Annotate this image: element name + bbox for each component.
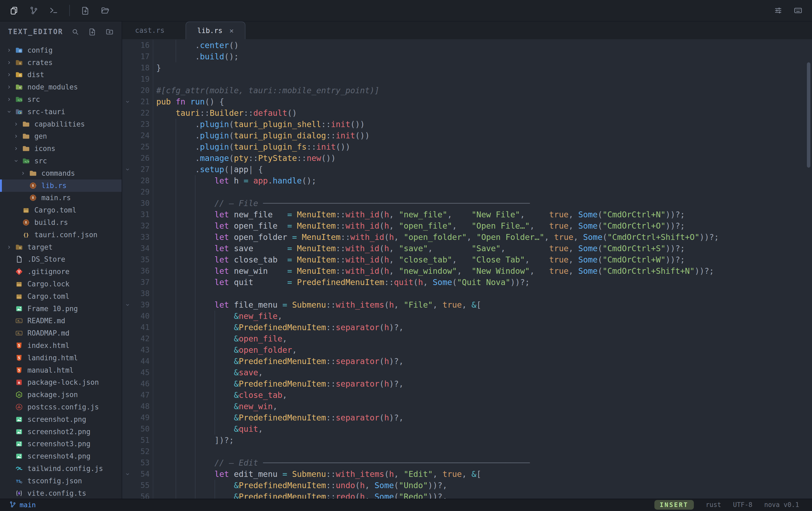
chevron-expanded-icon[interactable] bbox=[11, 158, 22, 164]
tree-folder-icons[interactable]: icons bbox=[0, 142, 122, 155]
fold-spacer bbox=[122, 62, 133, 74]
chevron-collapsed-icon[interactable] bbox=[18, 170, 28, 177]
tree-file-cargo-toml[interactable]: Cargo.toml bbox=[0, 290, 122, 303]
chevron-collapsed-icon[interactable] bbox=[11, 133, 22, 140]
folder-dist-icon bbox=[14, 70, 24, 79]
gutter-divider bbox=[150, 243, 153, 254]
tree-folder-src[interactable]: </>src bbox=[0, 155, 122, 167]
tree-file-tauri-conf-json[interactable]: {}tauri.conf.json bbox=[0, 229, 122, 241]
tree-file-lib-rs[interactable]: Rlib.rs bbox=[0, 179, 122, 192]
code-line: 29 bbox=[122, 187, 812, 198]
folder-open-icon[interactable] bbox=[99, 5, 111, 17]
line-number: 56 bbox=[133, 491, 150, 499]
fold-chevron-icon[interactable] bbox=[122, 469, 133, 480]
code-text: pub fn run() { bbox=[156, 96, 812, 108]
svg-text:JS: JS bbox=[18, 394, 21, 397]
tree-file--gitignore[interactable]: .gitignore bbox=[0, 265, 122, 278]
sidebar-header-icons bbox=[70, 27, 115, 37]
scrollbar-thumb[interactable] bbox=[807, 62, 810, 168]
tree-file-tsconfig-json[interactable]: TStsconfig.json bbox=[0, 475, 122, 487]
code-text: &PredefinedMenuItem::separator(h)?, bbox=[156, 412, 812, 423]
tree-folder-target[interactable]: target bbox=[0, 241, 122, 253]
chevron-collapsed-icon[interactable] bbox=[11, 145, 22, 152]
gutter-divider bbox=[150, 480, 153, 491]
chevron-collapsed-icon[interactable] bbox=[4, 84, 14, 90]
tree-folder-src[interactable]: </>src bbox=[0, 93, 122, 106]
gutter-divider bbox=[150, 74, 153, 85]
html-icon: 5 bbox=[14, 353, 24, 363]
close-tab-icon[interactable]: ✕ bbox=[230, 27, 234, 34]
tree-file-vite-config-ts[interactable]: vite.config.ts bbox=[0, 487, 122, 499]
tree-file-roadmap-md[interactable]: M↓ROADMAP.md bbox=[0, 327, 122, 339]
chevron-collapsed-icon[interactable] bbox=[4, 47, 14, 54]
tab-lib-rs[interactable]: lib.rs✕ bbox=[185, 22, 246, 39]
encoding-indicator[interactable]: UTF-8 bbox=[733, 501, 752, 509]
tree-file-readme-md[interactable]: M↓README.md bbox=[0, 315, 122, 327]
chevron-expanded-icon[interactable] bbox=[4, 108, 14, 115]
tree-file-screenshot-png[interactable]: screenshot.png bbox=[0, 413, 122, 426]
tree-file-index-html[interactable]: 5index.html bbox=[0, 339, 122, 352]
tree-folder-commands[interactable]: commands bbox=[0, 167, 122, 179]
code-editor[interactable]: 16 .center()17 .build();18}1920#[cfg_att… bbox=[122, 39, 812, 499]
fold-chevron-icon[interactable] bbox=[122, 164, 133, 175]
fold-spacer bbox=[122, 390, 133, 401]
tree-file-cargo-lock[interactable]: Cargo.lock bbox=[0, 278, 122, 290]
sliders-icon[interactable] bbox=[772, 5, 784, 17]
svg-text:5: 5 bbox=[18, 368, 20, 372]
mode-badge: INSERT bbox=[655, 500, 694, 510]
tree-file-cargo-toml[interactable]: Cargo.toml bbox=[0, 204, 122, 216]
fold-chevron-icon[interactable] bbox=[122, 96, 133, 108]
chevron-collapsed-icon[interactable] bbox=[4, 96, 14, 103]
tree-file-build-rs[interactable]: Rbuild.rs bbox=[0, 216, 122, 229]
code-text: .build(); bbox=[156, 51, 812, 62]
code-text bbox=[156, 446, 812, 457]
tree-folder-dist[interactable]: dist bbox=[0, 69, 122, 81]
language-indicator[interactable]: rust bbox=[706, 501, 721, 509]
file-plus-icon[interactable] bbox=[80, 5, 91, 17]
tree-item-label: package.json bbox=[27, 391, 78, 399]
line-number: 46 bbox=[133, 378, 150, 390]
tree-item-label: capabilities bbox=[34, 120, 85, 128]
node-icon: JS bbox=[14, 390, 24, 399]
tree-item-label: config bbox=[27, 46, 53, 54]
tree-file-landing-html[interactable]: 5landing.html bbox=[0, 352, 122, 364]
line-number: 52 bbox=[133, 446, 150, 457]
tree-file-screenshot2-png[interactable]: screenshot2.png bbox=[0, 426, 122, 438]
git-branch-indicator[interactable]: main bbox=[9, 501, 36, 509]
fold-chevron-icon[interactable] bbox=[122, 299, 133, 311]
folder-plain-icon bbox=[22, 119, 31, 129]
tree-file-main-rs[interactable]: Rmain.rs bbox=[0, 192, 122, 204]
tree-folder-capabilities[interactable]: capabilities bbox=[0, 118, 122, 130]
tree-file-screenshot4-png[interactable]: screenshot4.png bbox=[0, 450, 122, 462]
chevron-collapsed-icon[interactable] bbox=[11, 121, 22, 127]
image-icon bbox=[14, 452, 24, 461]
file-plus-icon[interactable] bbox=[87, 27, 97, 37]
tree-folder-gen[interactable]: gen bbox=[0, 130, 122, 143]
tree-file-postcss-config-js[interactable]: postcss.config.js bbox=[0, 401, 122, 413]
tree-file-screenshot3-png[interactable]: screenshot3.png bbox=[0, 438, 122, 450]
keyboard-icon[interactable] bbox=[792, 5, 804, 17]
tree-folder-crates[interactable]: crates bbox=[0, 56, 122, 69]
braces-icon: {} bbox=[22, 230, 31, 239]
search-icon[interactable] bbox=[70, 27, 80, 37]
tree-folder-node-modules[interactable]: JSnode_modules bbox=[0, 81, 122, 93]
line-number: 27 bbox=[133, 164, 150, 175]
files-icon[interactable] bbox=[8, 5, 20, 17]
tree-file--ds-store[interactable]: .DS_Store bbox=[0, 253, 122, 266]
folder-plus-icon[interactable] bbox=[105, 27, 115, 37]
tree-file-package-lock-json[interactable]: npackage-lock.json bbox=[0, 376, 122, 389]
chevron-collapsed-icon[interactable] bbox=[4, 244, 14, 251]
tree-folder-config[interactable]: config bbox=[0, 44, 122, 56]
tab-cast-rs[interactable]: cast.rs bbox=[124, 22, 176, 39]
rust-icon: R bbox=[28, 193, 37, 202]
tree-folder-src-tauri[interactable]: src-tauri bbox=[0, 106, 122, 118]
chevron-collapsed-icon[interactable] bbox=[4, 71, 14, 78]
chevron-collapsed-icon[interactable] bbox=[4, 59, 14, 66]
terminal-icon[interactable] bbox=[48, 5, 60, 17]
tree-file-manual-html[interactable]: 5manual.html bbox=[0, 364, 122, 376]
git-branch-icon[interactable] bbox=[28, 5, 40, 17]
fold-spacer bbox=[122, 175, 133, 187]
tree-file-package-json[interactable]: JSpackage.json bbox=[0, 389, 122, 401]
tree-file-tailwind-config-js[interactable]: tailwind.config.js bbox=[0, 462, 122, 475]
tree-file-frame-10-png[interactable]: Frame 10.png bbox=[0, 303, 122, 315]
